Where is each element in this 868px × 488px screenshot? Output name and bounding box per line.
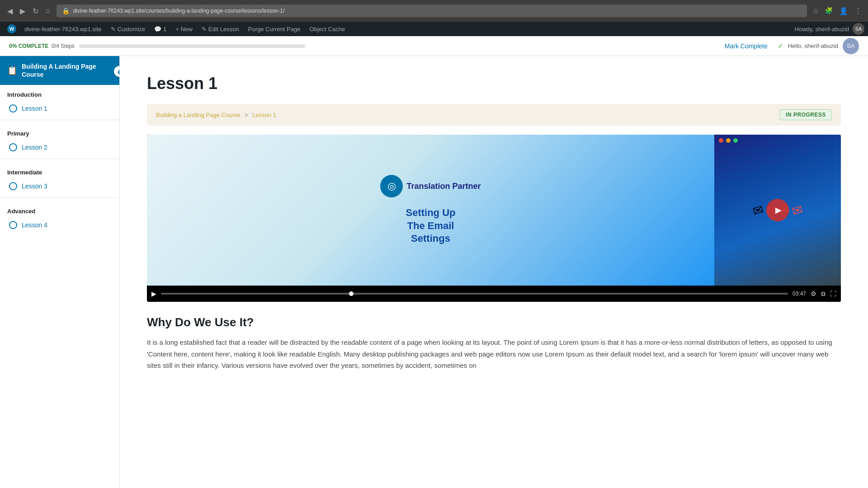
sidebar-section-advanced: Advanced — [0, 202, 119, 217]
lesson-4-label: Lesson 4 — [22, 221, 47, 229]
browser-actions: ☆ 🧩 👤 ⋮ — [811, 6, 863, 16]
video-logo-circle — [380, 175, 403, 197]
breadcrumb-separator: > — [245, 112, 248, 118]
main-layout: 📋 Building A Landing Page Course ❮ Intro… — [0, 56, 868, 488]
purge-page-item[interactable]: Purge Current Page — [244, 22, 305, 36]
sidebar-lesson-3[interactable]: Lesson 3 — [0, 178, 119, 194]
profile-icon[interactable]: 👤 — [837, 6, 850, 16]
plus-icon: + — [175, 26, 179, 33]
admin-bar-right: Howdy, sherif-abuzid SA — [791, 23, 864, 35]
progress-percent: 0% COMPLETE — [9, 43, 48, 49]
sidebar-section-introduction: Introduction — [0, 85, 119, 101]
edit-lesson-item[interactable]: ✎ Edit Lesson — [197, 22, 244, 36]
breadcrumb-banner: Building a Landing Page Course > Lesson … — [147, 104, 841, 126]
forward-button[interactable]: ▶ — [17, 5, 28, 17]
comment-icon: 💬 — [154, 26, 161, 33]
howdy-text: Howdy, sherif-abuzid — [791, 26, 853, 33]
fullscreen-icon[interactable]: ⛶ — [830, 290, 836, 297]
window-dots — [719, 138, 738, 143]
lesson-2-label: Lesson 2 — [22, 144, 47, 151]
customize-item[interactable]: ✎ Customize — [106, 22, 150, 36]
progress-left: 0% COMPLETE 0/4 Steps — [9, 43, 719, 49]
sidebar-section-primary: Primary — [0, 124, 119, 140]
sidebar: 📋 Building A Landing Page Course ❮ Intro… — [0, 56, 120, 488]
sidebar-lesson-1[interactable]: Lesson 1 — [0, 101, 119, 116]
refresh-button[interactable]: ↻ — [30, 5, 41, 17]
video-time: 03:47 — [793, 291, 806, 297]
lesson-title: Lesson 1 — [147, 74, 841, 93]
video-left-panel: Translation Partner Setting Up The Email… — [147, 135, 714, 286]
content-area: Lesson 1 Building a Landing Page Course … — [120, 56, 868, 488]
lesson-3-circle — [9, 182, 17, 190]
lesson-1-label: Lesson 1 — [22, 105, 47, 112]
site-name-label: divine-feather-76243.wp1.site — [24, 26, 102, 33]
menu-icon[interactable]: ⋮ — [853, 6, 863, 16]
browser-nav-buttons: ◀ ▶ ↻ ⌂ — [5, 5, 53, 17]
address-bar[interactable]: 🔒 divine-feather-76243.wp1.site/courses/… — [57, 5, 807, 17]
video-right-panel: ✉ ✉ ✉ ✉ — [714, 135, 841, 286]
progress-label: 0% COMPLETE 0/4 Steps — [9, 43, 75, 49]
video-controls: ▶ 03:47 ⚙ ⧉ ⛶ — [147, 286, 841, 302]
home-button[interactable]: ⌂ — [43, 5, 53, 17]
video-logo-area: Translation Partner — [380, 175, 481, 197]
play-button[interactable] — [766, 199, 789, 221]
hello-user-text: Hello, sherif-abuzid — [788, 42, 838, 49]
breadcrumb: Building a Landing Page Course > Lesson … — [156, 112, 276, 118]
sidebar-lesson-4[interactable]: Lesson 4 — [0, 217, 119, 233]
wp-logo-item[interactable]: W — [4, 22, 20, 36]
lesson-1-circle — [9, 104, 17, 113]
mark-complete-button[interactable]: Mark Complete — [719, 40, 773, 52]
sidebar-lesson-2[interactable]: Lesson 2 — [0, 140, 119, 155]
breadcrumb-course-link[interactable]: Building a Landing Page Course — [156, 112, 240, 118]
breadcrumb-lesson-link[interactable]: Lesson 1 — [252, 112, 276, 118]
lesson-2-circle — [9, 143, 17, 151]
progress-bar-video[interactable] — [161, 293, 788, 295]
customize-icon: ✎ — [111, 26, 116, 33]
dot-yellow — [726, 138, 731, 143]
progress-section: 0% COMPLETE 0/4 Steps Mark Complete ✓ He… — [0, 36, 868, 56]
edit-lesson-label: Edit Lesson — [208, 26, 239, 33]
content-section-heading: Why Do We Use It? — [147, 315, 841, 329]
divider-3 — [0, 197, 119, 198]
object-cache-item[interactable]: Object Cache — [305, 22, 349, 36]
pip-control-icon[interactable]: ⧉ — [821, 290, 826, 298]
extensions-icon[interactable]: 🧩 — [823, 6, 835, 16]
settings-control-icon[interactable]: ⚙ — [811, 290, 816, 297]
course-icon: 📋 — [7, 66, 17, 75]
customize-label: Customize — [118, 26, 145, 33]
video-heading: Setting Up The Email Settings — [406, 206, 456, 245]
back-button[interactable]: ◀ — [5, 5, 15, 17]
in-progress-badge: IN PROGRESS — [780, 109, 832, 120]
object-cache-label: Object Cache — [309, 26, 345, 33]
check-icon: ✓ — [778, 42, 783, 50]
bookmark-icon[interactable]: ☆ — [811, 6, 821, 16]
play-control-icon[interactable]: ▶ — [151, 290, 156, 297]
url-text: divine-feather-76243.wp1.site/courses/bu… — [73, 8, 802, 14]
user-avatar[interactable]: SA — [843, 38, 859, 54]
course-title: Building A Landing Page Course — [22, 62, 112, 79]
divider-1 — [0, 120, 119, 120]
lesson-3-label: Lesson 3 — [22, 183, 47, 190]
new-label: New — [181, 26, 193, 33]
site-name-item[interactable]: divine-feather-76243.wp1.site — [20, 22, 106, 36]
lesson-4-circle — [9, 221, 17, 229]
admin-avatar[interactable]: SA — [853, 23, 864, 35]
video-thumbnail: Translation Partner Setting Up The Email… — [147, 135, 841, 286]
edit-icon: ✎ — [202, 26, 207, 33]
divider-2 — [0, 159, 119, 159]
steps-text: 0/4 Steps — [52, 43, 75, 49]
dot-green — [733, 138, 738, 143]
purge-label: Purge Current Page — [248, 26, 301, 33]
comments-count: 1 — [163, 26, 166, 33]
new-item[interactable]: + New — [171, 22, 197, 36]
sidebar-header[interactable]: 📋 Building A Landing Page Course — [0, 56, 119, 85]
comments-item[interactable]: 💬 1 — [150, 22, 171, 36]
progress-right: Mark Complete ✓ Hello, sherif-abuzid SA — [719, 38, 859, 54]
dot-red — [719, 138, 723, 143]
sidebar-section-intermediate: Intermediate — [0, 163, 119, 178]
wp-admin-bar: W divine-feather-76243.wp1.site ✎ Custom… — [0, 22, 868, 36]
video-text-content: Setting Up The Email Settings — [406, 206, 456, 245]
browser-chrome: ◀ ▶ ↻ ⌂ 🔒 divine-feather-76243.wp1.site/… — [0, 0, 868, 22]
progress-dot — [349, 291, 354, 296]
wp-icon: W — [7, 24, 16, 33]
